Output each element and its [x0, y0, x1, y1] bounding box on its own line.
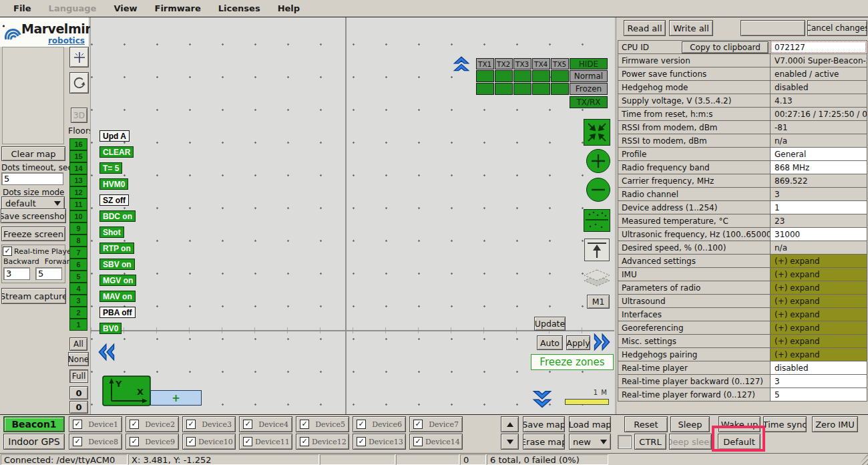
tx-cell[interactable] — [495, 70, 513, 82]
setting-value[interactable]: 00:27:16 / 17:25:50 / 0 — [771, 108, 867, 120]
floor-button[interactable]: 2 — [69, 307, 87, 319]
map-mode-button[interactable]: SZ off — [99, 194, 129, 206]
setting-value[interactable]: (+) expand — [771, 268, 867, 281]
device-page-down-button[interactable] — [501, 434, 519, 450]
device-toggle[interactable]: ✓ Device10 — [182, 434, 236, 450]
crosshair-axes-button[interactable] — [69, 47, 89, 67]
tx-cell[interactable] — [532, 83, 550, 95]
tab-indoor-gps[interactable]: Indoor GPS — [3, 434, 65, 450]
device-checkbox[interactable]: ✓ — [73, 420, 82, 429]
menu-item[interactable]: Firmware — [147, 2, 209, 15]
m1-button[interactable]: M1 — [587, 295, 610, 309]
load-map-button[interactable]: Load map — [569, 416, 611, 432]
apply-button[interactable]: Apply — [566, 335, 590, 350]
setting-value[interactable]: 5 — [771, 388, 867, 401]
device-toggle[interactable]: ✓ Device7 — [409, 416, 463, 432]
zero-imu-button[interactable]: Zero IMU — [812, 416, 858, 432]
floor-button[interactable]: 15 — [69, 150, 87, 162]
device-checkbox[interactable]: ✓ — [130, 437, 139, 446]
floor-offset-bottom-button[interactable]: 0 — [69, 401, 88, 414]
floor-button[interactable]: 12 — [69, 186, 87, 198]
zoom-out-icon[interactable] — [586, 177, 611, 202]
device-toggle[interactable]: ✓ Device12 — [296, 434, 349, 450]
tx-cell[interactable] — [513, 70, 531, 82]
floor-button[interactable]: 8 — [69, 235, 87, 247]
sleep-button[interactable]: Sleep — [670, 416, 710, 432]
menu-item[interactable]: Licenses — [210, 2, 268, 15]
setting-value[interactable]: 31000 — [771, 228, 867, 241]
setting-value[interactable]: (+) expand — [771, 281, 867, 294]
write-all-button[interactable]: Write all — [669, 20, 713, 36]
upload-arrow-icon[interactable] — [584, 239, 610, 261]
setting-value[interactable]: (+) expand — [771, 321, 867, 334]
setting-value[interactable]: 868 MHz — [771, 161, 867, 174]
floor-button[interactable]: 4 — [69, 283, 87, 295]
tab-beacon[interactable]: Beacon1 — [3, 416, 65, 432]
3d-view-button[interactable]: 3D — [71, 108, 87, 123]
map-mode-button[interactable]: RTP on — [99, 243, 134, 254]
menu-item[interactable]: View — [105, 2, 145, 15]
clear-map-button[interactable]: Clear map — [1, 146, 65, 161]
map-mode-button[interactable]: BV0 — [99, 323, 122, 334]
device-toggle[interactable]: ✓ Device4 — [239, 416, 292, 432]
read-all-button[interactable]: Read all — [624, 20, 666, 36]
ctrl-checkbox[interactable] — [618, 435, 632, 449]
backward-input[interactable] — [3, 267, 30, 280]
tx-cell[interactable] — [476, 70, 494, 82]
setting-value[interactable]: n/a — [771, 134, 867, 147]
chevron-down-icon[interactable] — [530, 389, 554, 409]
menu-item[interactable]: Language — [41, 2, 105, 15]
tx-cell[interactable] — [551, 83, 569, 95]
forward-input[interactable] — [35, 267, 62, 280]
setting-value[interactable]: enabled / active — [771, 67, 867, 80]
floor-button[interactable]: 6 — [69, 259, 87, 271]
map-mode-button[interactable]: BDC on — [99, 210, 136, 222]
floor-button[interactable]: 11 — [69, 198, 87, 210]
device-checkbox[interactable]: ✓ — [300, 437, 309, 446]
floors-full-button[interactable]: Full — [69, 369, 88, 383]
cancel-changes-button[interactable]: Cancel changes — [807, 20, 867, 36]
floor-button[interactable]: 7 — [69, 247, 87, 259]
update-button[interactable]: Update — [534, 317, 566, 331]
device-toggle[interactable]: ✓ Device1 — [69, 416, 122, 432]
setting-value[interactable]: (+) expand — [771, 308, 867, 321]
cpu-id-value[interactable]: 072127 — [771, 41, 867, 53]
device-checkbox[interactable]: ✓ — [357, 420, 366, 429]
setting-value[interactable]: 4.13 — [771, 94, 867, 107]
device-checkbox[interactable]: ✓ — [243, 437, 252, 446]
tx-cell[interactable] — [476, 83, 494, 95]
device-page-up-button[interactable] — [501, 416, 519, 432]
map-mode-button[interactable]: Upd A — [99, 130, 130, 142]
auto-button[interactable]: Auto — [537, 335, 563, 350]
device-checkbox[interactable]: ✓ — [413, 420, 423, 429]
tx-header-cell[interactable]: TX3 — [513, 58, 531, 69]
tx-cell[interactable] — [513, 83, 531, 95]
setting-value[interactable]: 3 — [771, 375, 867, 388]
setting-value[interactable]: 3 — [771, 188, 867, 200]
map-mode-button[interactable]: Shot — [99, 226, 124, 238]
device-checkbox[interactable]: ✓ — [186, 420, 196, 429]
map-mode-button[interactable]: PBA off — [99, 307, 136, 318]
dots-timeout-input[interactable] — [1, 172, 63, 185]
map-mode-button[interactable]: T= 5 — [99, 162, 122, 174]
deep-sleep-button[interactable]: Deep sleep — [669, 434, 712, 450]
setting-value[interactable]: V7.000i Super-Beacon-2 — [771, 54, 867, 67]
floor-button[interactable]: 16 — [69, 138, 87, 150]
setting-value[interactable]: -81 — [771, 121, 867, 134]
tx-rx-button[interactable]: TX/RX — [570, 96, 608, 108]
device-toggle[interactable]: ✓ Device14 — [409, 434, 463, 450]
tx-hide-button[interactable]: HIDE — [570, 58, 608, 69]
chevron-up-icon[interactable] — [452, 55, 471, 73]
device-checkbox[interactable]: ✓ — [186, 437, 196, 446]
dots-filter-icon[interactable] — [584, 209, 610, 232]
device-toggle[interactable]: ✓ Device13 — [353, 434, 406, 450]
device-checkbox[interactable]: ✓ — [73, 437, 82, 446]
tx-header-cell[interactable]: TX1 — [476, 58, 494, 69]
save-map-button[interactable]: Save map — [523, 416, 565, 432]
setting-value[interactable]: disabled — [771, 81, 867, 94]
setting-value[interactable]: (+) expand — [771, 295, 867, 307]
time-sync-button[interactable]: Time sync — [763, 416, 807, 432]
floor-button[interactable]: 1 — [69, 319, 87, 331]
menu-item[interactable]: Help — [270, 2, 308, 15]
device-toggle[interactable]: ✓ Device8 — [69, 434, 122, 450]
